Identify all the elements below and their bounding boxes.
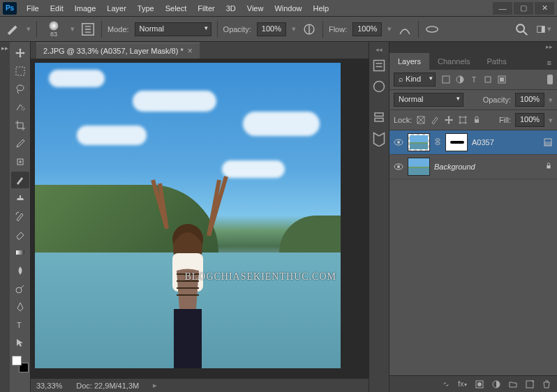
layer-thumbnail[interactable] (408, 133, 430, 151)
brush-tool[interactable] (11, 172, 29, 188)
search-icon[interactable] (514, 22, 529, 37)
healing-brush-tool[interactable] (11, 153, 29, 170)
menu-help[interactable]: Help (308, 1, 335, 15)
workspace-switcher-icon[interactable]: ▾ (536, 22, 551, 37)
panel-menu-icon[interactable]: ≡ (542, 56, 557, 70)
layer-row[interactable]: A0357 (389, 130, 557, 155)
flow-field[interactable]: 100% (352, 22, 382, 36)
layer-name[interactable]: A0357 (472, 138, 539, 146)
dodge-tool[interactable] (11, 280, 29, 297)
menu-filter[interactable]: Filter (192, 1, 220, 15)
menu-window[interactable]: Window (269, 1, 307, 15)
left-expand-column[interactable]: ▸▸ (0, 42, 10, 392)
lock-pixels-icon[interactable] (430, 115, 440, 125)
lock-position-icon[interactable] (444, 115, 454, 125)
history-panel-icon[interactable] (371, 57, 387, 74)
new-group-icon[interactable] (508, 379, 518, 389)
tab-paths[interactable]: Paths (479, 53, 515, 70)
menu-image[interactable]: Image (69, 1, 102, 15)
history-brush-tool[interactable] (11, 208, 29, 225)
menu-view[interactable]: View (242, 1, 269, 15)
svg-rect-18 (443, 76, 450, 83)
visibility-toggle-icon[interactable] (394, 162, 403, 172)
clone-stamp-tool[interactable] (11, 190, 29, 206)
svg-point-27 (397, 141, 400, 144)
zoom-level[interactable]: 33,33% (36, 382, 62, 390)
lock-artboard-icon[interactable] (458, 115, 468, 125)
window-minimize-button[interactable]: — (493, 2, 512, 15)
menu-file[interactable]: File (21, 1, 45, 15)
path-select-tool[interactable] (11, 335, 29, 352)
airbrush-icon[interactable] (397, 22, 413, 37)
color-panel-icon[interactable] (371, 78, 387, 95)
layer-thumbnail[interactable] (408, 158, 430, 176)
layer-filter-select[interactable]: ⌕ Kind (394, 73, 436, 86)
pen-tool[interactable] (11, 299, 29, 315)
menu-layer[interactable]: Layer (101, 1, 132, 15)
new-layer-icon[interactable] (525, 379, 535, 389)
crop-tool[interactable] (11, 117, 29, 134)
quick-select-tool[interactable] (11, 99, 29, 116)
mask-link-icon[interactable] (434, 137, 441, 148)
layer-name[interactable]: Background (434, 163, 540, 171)
svg-rect-28 (436, 139, 440, 141)
layer-style-icon[interactable]: fx▾ (458, 379, 468, 389)
libraries-panel-icon[interactable] (371, 130, 387, 146)
lock-transparency-icon[interactable] (416, 115, 426, 125)
move-tool[interactable] (11, 45, 29, 61)
adjustment-layer-icon[interactable] (491, 379, 501, 389)
lock-all-icon[interactable] (472, 115, 482, 125)
close-icon[interactable]: × (188, 46, 193, 56)
brush-preview[interactable]: 83 (43, 20, 65, 39)
canvas[interactable]: BLOGCHIASEKIENTHUC.COM (35, 63, 341, 368)
filter-adjustment-icon[interactable] (455, 75, 465, 84)
eraser-tool[interactable] (11, 226, 29, 243)
doc-info[interactable]: Doc: 22,9M/41,3M (76, 382, 139, 390)
fill-field[interactable]: 100% (515, 113, 544, 127)
filter-pixel-icon[interactable] (441, 75, 451, 84)
collapsed-panels-column: ◂◂ (369, 42, 389, 392)
tool-preset-icon[interactable] (6, 22, 21, 37)
document-tab[interactable]: 2.JPG @ 33,3% (A0357, Layer Mask/8) * × (36, 43, 200, 59)
lasso-tool[interactable] (11, 81, 29, 98)
svg-rect-10 (16, 250, 24, 255)
tab-channels[interactable]: Channels (429, 53, 478, 70)
flow-label: Flow: (329, 25, 347, 33)
delete-layer-icon[interactable] (542, 379, 551, 389)
pressure-size-icon[interactable] (424, 22, 440, 37)
type-tool[interactable]: T (11, 317, 29, 333)
layer-blend-mode-select[interactable]: Normal (394, 93, 463, 107)
filter-smart-icon[interactable] (497, 75, 507, 84)
window-maximize-button[interactable]: ▢ (514, 2, 533, 15)
menu-edit[interactable]: Edit (45, 1, 69, 15)
eyedropper-tool[interactable] (11, 135, 29, 152)
foreground-color-swatch[interactable] (12, 356, 22, 365)
filter-toggle[interactable] (547, 75, 553, 84)
mask-thumbnail[interactable] (445, 133, 468, 151)
layer-properties-icon[interactable] (543, 137, 553, 147)
tab-layers[interactable]: Layers (389, 53, 429, 70)
menu-type[interactable]: Type (132, 1, 160, 15)
link-layers-icon[interactable] (441, 379, 451, 389)
pressure-opacity-icon[interactable] (302, 22, 317, 37)
filter-shape-icon[interactable] (483, 75, 493, 84)
panels-area: ▸▸ Layers Channels Paths ≡ ⌕ Kind T (389, 42, 557, 392)
properties-panel-icon[interactable] (371, 109, 387, 126)
menu-select[interactable]: Select (160, 1, 193, 15)
color-swatches[interactable] (12, 356, 29, 372)
layer-row[interactable]: Background (389, 155, 557, 179)
blend-mode-select[interactable]: Normal (135, 22, 211, 36)
opacity-field[interactable]: 100% (257, 22, 286, 36)
layer-opacity-field[interactable]: 100% (515, 93, 544, 107)
filter-type-icon[interactable]: T (469, 75, 479, 84)
gradient-tool[interactable] (11, 244, 29, 261)
visibility-toggle-icon[interactable] (394, 137, 403, 147)
add-mask-icon[interactable] (475, 379, 484, 389)
blur-tool[interactable] (11, 262, 29, 279)
svg-rect-34 (547, 165, 550, 168)
menu-3d[interactable]: 3D (221, 1, 242, 15)
brush-panel-toggle-icon[interactable] (80, 22, 96, 37)
svg-point-11 (16, 287, 22, 293)
marquee-tool[interactable] (11, 63, 29, 80)
window-close-button[interactable]: ✕ (535, 2, 554, 15)
